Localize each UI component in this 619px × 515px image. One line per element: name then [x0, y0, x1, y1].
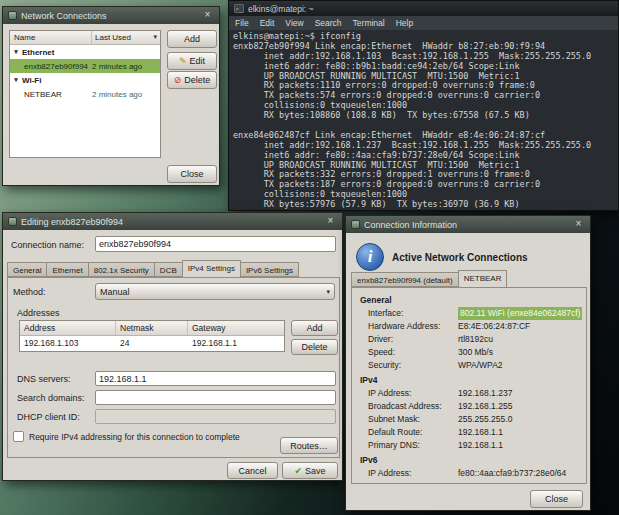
active-connections-heading: Active Network Connections — [392, 252, 528, 263]
connection-last-used: 2 minutes ago — [92, 90, 160, 99]
delete-icon: ⊘ — [174, 75, 182, 85]
terminal-menubar: File Edit View Search Terminal Help — [229, 16, 618, 30]
tab-ipv4-settings[interactable]: IPv4 Settings — [182, 260, 241, 277]
connection-name: NETBEAR — [10, 90, 92, 99]
info-label: Hardware Address: — [368, 320, 458, 333]
info-row-security: Security: WPA/WPA2 — [360, 359, 586, 372]
connection-name-label: Connection name: — [11, 240, 84, 250]
editor-window-icon — [8, 217, 17, 226]
group-row-ethernet[interactable]: ▾ Ethernet — [10, 45, 160, 59]
info-label: Subnet Mask: — [368, 413, 458, 426]
info-row-primary-dns: Primary DNS: 192.168.1.1 — [360, 439, 586, 452]
column-header-last-used[interactable]: Last Used ▾ — [92, 31, 160, 44]
menu-item-view[interactable]: View — [285, 18, 303, 28]
tab-8021x-security[interactable]: 802.1x Security — [88, 262, 155, 277]
window-title: Connection Information — [364, 220, 568, 230]
info-label: Speed: — [368, 346, 458, 359]
sort-descending-icon: ▾ — [153, 33, 157, 44]
info-value: 255.255.255.0 — [458, 413, 512, 426]
search-domains-label: Search domains: — [17, 393, 85, 403]
tab-enxb827eb90f994-default[interactable]: enxb827eb90f994 (default) — [351, 272, 459, 287]
save-button[interactable]: ✔ Save — [282, 462, 338, 479]
connection-row-netbear[interactable]: NETBEAR 2 minutes ago — [10, 87, 160, 101]
info-value: WPA/WPA2 — [458, 359, 503, 372]
table-header-address[interactable]: Address — [20, 321, 116, 336]
network-connections-titlebar[interactable]: Network Connections × — [3, 7, 219, 24]
address-row[interactable]: 192.168.1.103 24 192.168.1.1 — [20, 336, 284, 351]
connection-row-ethernet[interactable]: enxb827eb90f994 2 minutes ago — [10, 59, 160, 73]
netmask-cell[interactable]: 24 — [116, 336, 188, 351]
expander-icon[interactable]: ▾ — [10, 76, 22, 84]
window-title: Network Connections — [21, 11, 197, 21]
close-icon[interactable]: × — [572, 218, 585, 231]
connection-last-used: 2 minutes ago — [92, 62, 160, 71]
gateway-cell[interactable]: 192.168.1.1 — [188, 336, 284, 351]
tab-netbear[interactable]: NETBEAR — [458, 270, 508, 287]
column-header-name[interactable]: Name — [10, 31, 92, 44]
section-title-ipv6: IPv6 — [360, 454, 586, 467]
delete-button[interactable]: ⊘ Delete — [167, 71, 217, 89]
close-button[interactable]: Close — [167, 165, 217, 183]
dhcp-client-id-input — [95, 409, 336, 424]
cancel-button[interactable]: Cancel — [227, 462, 278, 479]
tab-general[interactable]: General — [7, 262, 47, 277]
info-row-broadcast-address: Broadcast Address: 192.168.1.255 — [360, 400, 586, 413]
group-row-wifi[interactable]: ▾ Wi-Fi — [10, 73, 160, 87]
connection-information-window: Connection Information × i Active Networ… — [345, 215, 591, 511]
address-cell[interactable]: 192.168.1.103 — [20, 336, 116, 351]
info-value: 192.168.1.1 — [458, 439, 503, 452]
tab-ipv6-settings[interactable]: IPv6 Settings — [240, 262, 299, 277]
method-label: Method: — [13, 287, 46, 297]
close-icon[interactable]: × — [201, 9, 214, 22]
group-label-wifi: Wi-Fi — [22, 76, 41, 85]
menu-item-help[interactable]: Help — [396, 18, 413, 28]
delete-button-label: Delete — [184, 75, 210, 85]
menu-item-edit[interactable]: Edit — [260, 18, 275, 28]
section-title-ipv4: IPv4 — [360, 374, 586, 387]
close-button-label: Close — [545, 494, 568, 504]
connection-name-input[interactable] — [95, 236, 336, 252]
terminal-screen[interactable]: elkins@matepi:~$ ifconfig enxb827eb90f99… — [229, 30, 618, 210]
require-ipv4-checkbox[interactable] — [13, 431, 24, 442]
addresses-label: Addresses — [17, 308, 60, 318]
ipv4-settings-panel — [7, 277, 340, 458]
column-header-last-used-label: Last Used — [95, 33, 131, 44]
search-domains-input[interactable] — [95, 390, 336, 405]
table-header-gateway[interactable]: Gateway — [188, 321, 284, 336]
terminal-title: elkins@matepi: ~ — [248, 4, 613, 14]
connection-name: enxb827eb90f994 — [10, 62, 92, 71]
connection-tabs: enxb827eb90f994 (default) NETBEAR — [351, 270, 506, 287]
info-icon: i — [356, 243, 384, 271]
connection-information-titlebar[interactable]: Connection Information × — [346, 216, 590, 233]
info-value: 192.168.1.255 — [458, 400, 512, 413]
expander-icon[interactable]: ▾ — [10, 48, 22, 56]
info-row-interface: Interface: 802.11 WiFi (enxe84e062487cf) — [360, 307, 586, 320]
routes-button[interactable]: Routes… — [280, 437, 338, 454]
edit-button[interactable]: ✎ Edit — [167, 52, 217, 70]
connections-list: Name Last Used ▾ ▾ Ethernet enxb827eb90f… — [9, 30, 161, 158]
add-address-button[interactable]: Add — [291, 320, 338, 336]
method-select[interactable]: Manual ▾ — [95, 283, 335, 300]
add-button[interactable]: Add — [167, 30, 217, 48]
window-title: Editing enxb827eb90f994 — [21, 217, 320, 227]
save-check-icon: ✔ — [294, 466, 302, 476]
terminal-titlebar[interactable]: >_ elkins@matepi: ~ — [229, 1, 618, 16]
close-button[interactable]: Close — [530, 490, 583, 508]
delete-address-button[interactable]: Delete — [291, 339, 338, 355]
method-selected-value: Manual — [100, 287, 130, 297]
list-header: Name Last Used ▾ — [10, 31, 160, 45]
menu-item-search[interactable]: Search — [315, 18, 342, 28]
dns-servers-input[interactable] — [95, 371, 336, 386]
routes-button-label: Routes… — [290, 441, 328, 451]
info-value: E8:4E:06:24:87:CF — [458, 320, 530, 333]
editor-titlebar[interactable]: Editing enxb827eb90f994 × — [3, 213, 342, 230]
editor-tabs: General Ethernet 802.1x Security DCB IPv… — [7, 260, 298, 277]
menu-item-terminal[interactable]: Terminal — [353, 18, 385, 28]
tab-dcb[interactable]: DCB — [154, 262, 183, 277]
info-value: 192.168.1.237 — [458, 387, 512, 400]
tab-ethernet[interactable]: Ethernet — [46, 262, 88, 277]
edit-button-label: Edit — [190, 56, 206, 66]
table-header-netmask[interactable]: Netmask — [116, 321, 188, 336]
close-icon[interactable]: × — [324, 215, 337, 228]
menu-item-file[interactable]: File — [235, 18, 249, 28]
